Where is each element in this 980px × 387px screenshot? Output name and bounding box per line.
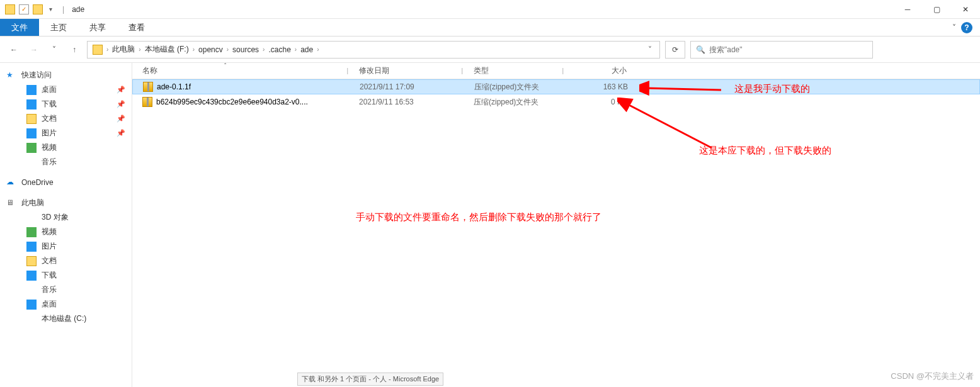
breadcrumb-item[interactable]: sources [230, 45, 261, 54]
folder-icon [26, 271, 37, 281]
breadcrumb-item[interactable]: ade [298, 45, 316, 54]
file-row[interactable]: ade-0.1.1f2021/9/11 17:09压缩(zipped)文件夹16… [132, 79, 980, 94]
arrow-icon [617, 98, 718, 154]
pin-icon: 📌 [117, 129, 125, 137]
breadcrumb-item[interactable]: .cache [266, 45, 293, 54]
sidebar-label: OneDrive [21, 178, 54, 187]
sidebar-item-label: 视频 [42, 142, 57, 153]
folder-icon [26, 128, 37, 138]
sidebar-item[interactable]: 图片 [0, 239, 132, 254]
chevron-right-icon[interactable]: › [316, 46, 320, 53]
file-size: 163 KB [570, 82, 633, 91]
column-date[interactable]: 修改日期| [354, 63, 469, 79]
chevron-right-icon[interactable]: › [293, 46, 298, 53]
sidebar-item-label: 桌面 [42, 84, 57, 95]
sidebar-this-pc[interactable]: 🖥 此电脑 [0, 196, 132, 210]
file-row[interactable]: b624b995ec9c439cbc2e9e6ee940d3a2-v0....2… [132, 94, 980, 109]
window-title: ade [72, 5, 84, 14]
watermark: CSDN @不完美主义者 [891, 371, 974, 382]
ribbon-tab-share[interactable]: 共享 [78, 19, 117, 36]
file-date: 2021/9/11 17:09 [355, 82, 469, 91]
sidebar-item-label: 文档 [42, 113, 57, 124]
search-icon: 🔍 [696, 45, 705, 54]
qat-checkbox[interactable]: ✓ [19, 4, 29, 14]
folder-icon [26, 314, 37, 324]
sidebar-item[interactable]: 视频 [0, 140, 132, 155]
annotation-1: 这是我手动下载的 [734, 83, 810, 95]
folder-icon [26, 256, 37, 266]
sidebar-item[interactable]: 音乐 [0, 283, 132, 297]
folder-icon [26, 213, 37, 223]
folder-icon [26, 300, 37, 310]
folder-icon [26, 285, 37, 295]
file-name: b624b995ec9c439cbc2e9e6ee940d3a2-v0.... [156, 98, 308, 106]
breadcrumb-item[interactable]: opencv [196, 45, 225, 54]
sidebar-item[interactable]: 文档📌 [0, 111, 132, 126]
search-box[interactable]: 🔍 [690, 41, 873, 59]
column-size[interactable]: 大小 [569, 63, 632, 79]
folder-icon [26, 114, 37, 124]
folder-icon [5, 4, 15, 14]
sidebar-quick-access[interactable]: ★ 快速访问 [0, 68, 132, 82]
pin-icon: 📌 [117, 115, 125, 123]
help-icon[interactable]: ? [961, 22, 972, 33]
nav-up-button[interactable]: ↑ [67, 42, 82, 57]
addressbar-dropdown[interactable]: ˅ [643, 45, 657, 54]
sidebar-item-label: 图片 [42, 241, 57, 252]
sidebar-item[interactable]: 文档 [0, 254, 132, 268]
ribbon-tab-file[interactable]: 文件 [0, 19, 39, 36]
sidebar-item[interactable]: 本地磁盘 (C:) [0, 311, 132, 326]
folder-icon [26, 227, 37, 237]
nav-forward-button[interactable]: → [26, 42, 42, 57]
breadcrumb-item[interactable]: 此电脑 [110, 44, 137, 55]
sidebar-item[interactable]: 图片📌 [0, 126, 132, 140]
sidebar-item-label: 视频 [42, 227, 57, 237]
annotation-3: 手动下载的文件要重命名，然后删除下载失败的那个就行了 [356, 211, 601, 223]
zip-icon [142, 97, 152, 107]
file-type: 压缩(zipped)文件夹 [469, 82, 570, 93]
sidebar-item[interactable]: 下载 [0, 268, 132, 283]
folder-icon [26, 99, 37, 109]
search-input[interactable] [709, 45, 867, 54]
sidebar-item-label: 音乐 [42, 157, 57, 167]
file-date: 2021/9/11 16:53 [354, 98, 469, 106]
nav-back-button[interactable]: ← [6, 42, 21, 57]
chevron-right-icon[interactable]: › [261, 46, 266, 53]
sidebar-item-label: 下载 [42, 270, 57, 281]
qat-dropdown[interactable]: ▾ [47, 6, 55, 13]
pin-icon: 📌 [117, 100, 125, 108]
minimize-button[interactable]: ─ [893, 0, 922, 19]
pc-icon: 🖥 [6, 198, 16, 208]
file-pane: 名称| 修改日期| 类型| 大小 ade-0.1.1f2021/9/11 17:… [132, 63, 980, 387]
column-type[interactable]: 类型| [469, 63, 569, 79]
sidebar-label: 此电脑 [21, 198, 44, 208]
chevron-right-icon[interactable]: › [225, 46, 230, 53]
refresh-button[interactable]: ⟳ [665, 41, 685, 59]
ribbon-collapse-icon[interactable]: ˅ [952, 23, 956, 32]
nav-history-dropdown[interactable]: ˅ [47, 42, 62, 57]
ribbon-tab-home[interactable]: 主页 [39, 19, 78, 36]
sidebar-item[interactable]: 3D 对象 [0, 210, 132, 225]
chevron-right-icon[interactable]: › [191, 46, 196, 53]
maximize-button[interactable]: ▢ [922, 0, 951, 19]
close-button[interactable]: ✕ [951, 0, 980, 19]
onedrive-icon: ☁ [6, 177, 16, 188]
ribbon-tab-view[interactable]: 查看 [117, 19, 156, 36]
folder-icon-2 [33, 4, 43, 14]
folder-icon [26, 85, 37, 95]
sidebar-item[interactable]: 下载📌 [0, 97, 132, 111]
sidebar-item[interactable]: 音乐 [0, 155, 132, 169]
column-name[interactable]: 名称| [132, 63, 354, 79]
breadcrumb-item[interactable]: 本地磁盘 (F:) [142, 44, 191, 55]
chevron-right-icon[interactable]: › [105, 46, 110, 53]
sidebar-item[interactable]: 桌面 [0, 297, 132, 311]
sidebar-onedrive[interactable]: ☁ OneDrive [0, 176, 132, 189]
chevron-right-icon[interactable]: › [137, 46, 142, 53]
sidebar-item[interactable]: 视频 [0, 225, 132, 239]
sidebar-item-label: 3D 对象 [42, 212, 69, 223]
svg-line-3 [627, 104, 712, 148]
address-bar[interactable]: › 此电脑›本地磁盘 (F:)›opencv›sources›.cache›ad… [87, 41, 660, 59]
sidebar-item[interactable]: 桌面📌 [0, 82, 132, 97]
zip-icon [143, 82, 153, 92]
folder-icon [26, 143, 37, 153]
